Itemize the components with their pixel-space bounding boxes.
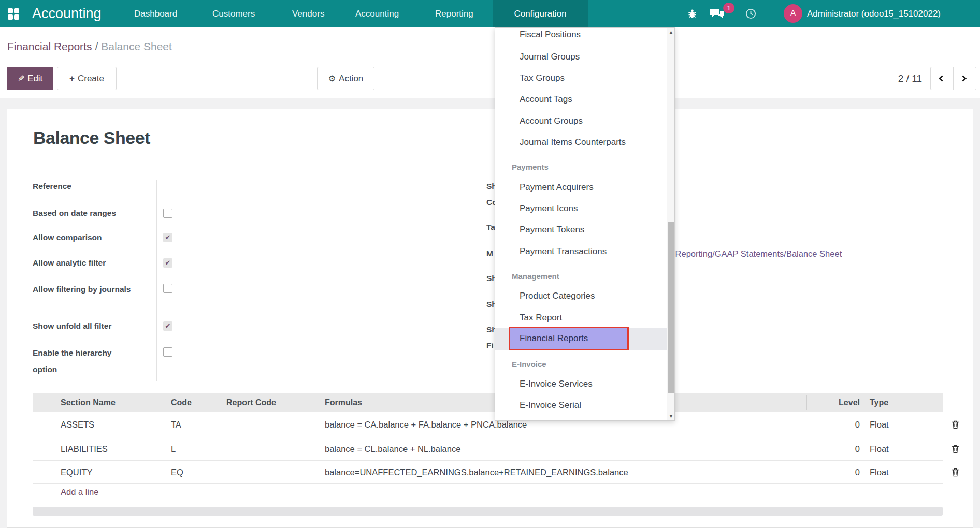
cell-formulas: balance=UNAFFECTED_EARNINGS.balance+RETA… bbox=[325, 461, 628, 484]
delete-row-icon[interactable] bbox=[951, 420, 960, 430]
dropdown-scrollbar[interactable]: ▲ ▼ bbox=[667, 28, 674, 420]
table-row-assets[interactable]: ASSETS TA balance = CA.balance + FA.bala… bbox=[33, 412, 943, 437]
menu-item-payment-transactions[interactable]: Payment Transactions bbox=[520, 244, 607, 259]
menu-item-payment-tokens[interactable]: Payment Tokens bbox=[520, 223, 584, 237]
menu-item-account-groups[interactable]: Account Groups bbox=[520, 114, 583, 128]
menu-item-e-invoice-services[interactable]: E-Invoice Services bbox=[520, 377, 593, 391]
configuration-dropdown-menu: Fiscal Positions Journal Groups Tax Grou… bbox=[495, 27, 675, 421]
message-count-badge[interactable]: 1 bbox=[723, 3, 734, 13]
control-panel bbox=[0, 27, 980, 98]
field-label-reference: Reference bbox=[33, 178, 139, 195]
nav-item-reporting[interactable]: Reporting bbox=[435, 0, 473, 27]
breadcrumb-separator: / bbox=[95, 40, 98, 52]
cell-level: 0 bbox=[808, 461, 860, 484]
activity-clock-icon[interactable] bbox=[745, 8, 757, 20]
menu-item-e-invoice-serial[interactable]: E-Invoice Serial bbox=[520, 398, 581, 413]
column-header-type[interactable]: Type bbox=[870, 393, 888, 412]
dropdown-scrollbar-thumb[interactable] bbox=[668, 222, 674, 393]
field-label-allow-comparison: Allow comparison bbox=[33, 229, 139, 246]
pager-next-button[interactable] bbox=[953, 67, 976, 90]
clipped-label-8: Fi bbox=[486, 339, 494, 353]
page-title: Balance Sheet bbox=[33, 128, 150, 148]
nav-item-accounting[interactable]: Accounting bbox=[355, 0, 399, 27]
apps-grid-icon[interactable] bbox=[8, 8, 19, 20]
nav-item-dashboard[interactable]: Dashboard bbox=[134, 0, 177, 27]
breadcrumb-current: Balance Sheet bbox=[101, 40, 172, 52]
breadcrumb: Financial Reports/Balance Sheet bbox=[7, 40, 172, 53]
chevron-left-icon bbox=[939, 75, 945, 82]
menu-item-tax-groups[interactable]: Tax Groups bbox=[520, 71, 565, 85]
column-header-level[interactable]: Level bbox=[808, 393, 860, 412]
table-row-liabilities[interactable]: LIABILITIES L balance = CL.balance + NL.… bbox=[33, 437, 943, 461]
checkbox-enable-hierarchy-option[interactable] bbox=[163, 347, 172, 357]
nav-item-vendors[interactable]: Vendors bbox=[292, 0, 324, 27]
pencil-icon: ✎ bbox=[18, 67, 24, 90]
field-label-based-on-date-ranges: Based on date ranges bbox=[33, 205, 139, 222]
cell-code: L bbox=[171, 437, 176, 461]
cell-type: Float bbox=[870, 412, 889, 437]
clipped-label-3: Ta bbox=[486, 220, 495, 234]
menu-item-fiscal-positions[interactable]: Fiscal Positions bbox=[520, 27, 581, 42]
chevron-right-icon bbox=[960, 75, 967, 82]
delete-row-icon[interactable] bbox=[951, 444, 960, 454]
menu-item-path-link[interactable]: /Reporting/GAAP Statements/Balance Sheet bbox=[673, 246, 842, 261]
cell-formulas: balance = CL.balance + NL.balance bbox=[325, 437, 460, 461]
menu-item-financial-reports[interactable]: Financial Reports bbox=[520, 328, 627, 349]
user-avatar[interactable]: A bbox=[784, 4, 802, 23]
messages-icon[interactable] bbox=[710, 8, 724, 20]
table-bottom-border bbox=[33, 505, 943, 505]
scroll-down-icon[interactable]: ▼ bbox=[667, 414, 675, 419]
menu-item-tax-report[interactable]: Tax Report bbox=[520, 311, 562, 325]
lines-table-header: Section Name Code Report Code Formulas L… bbox=[33, 393, 943, 412]
pager-counter: 2 / 11 bbox=[875, 67, 922, 90]
column-header-report-code[interactable]: Report Code bbox=[226, 393, 276, 412]
financial-reports-highlight-box[interactable]: Financial Reports bbox=[509, 327, 629, 350]
clipped-label-4: M bbox=[486, 246, 493, 261]
menu-item-payment-acquirers[interactable]: Payment Acquirers bbox=[520, 180, 594, 195]
menu-item-payment-icons[interactable]: Payment Icons bbox=[520, 201, 578, 216]
column-header-code[interactable]: Code bbox=[171, 393, 192, 412]
breadcrumb-parent[interactable]: Financial Reports bbox=[7, 40, 92, 52]
cell-section-name: LIABILITIES bbox=[61, 437, 108, 461]
scroll-up-icon[interactable]: ▲ bbox=[667, 30, 675, 35]
delete-row-icon[interactable] bbox=[951, 467, 960, 477]
nav-item-customers[interactable]: Customers bbox=[212, 0, 255, 27]
create-button[interactable]: +Create bbox=[57, 67, 117, 90]
cell-code: TA bbox=[171, 412, 181, 437]
column-header-formulas[interactable]: Formulas bbox=[325, 393, 362, 412]
checkbox-allow-comparison[interactable]: ✔ bbox=[163, 233, 172, 242]
nav-item-configuration[interactable]: Configuration bbox=[493, 0, 588, 27]
checkbox-based-on-date-ranges[interactable] bbox=[163, 209, 172, 218]
field-label-show-unfold-all-filter: Show unfold all filter bbox=[33, 318, 139, 334]
checkbox-show-unfold-all-filter[interactable]: ✔ bbox=[163, 321, 172, 331]
menu-section-payments: Payments bbox=[512, 160, 549, 174]
table-horizontal-scrollbar[interactable] bbox=[33, 507, 943, 516]
menu-item-journal-groups[interactable]: Journal Groups bbox=[520, 50, 580, 64]
menu-item-account-tags[interactable]: Account Tags bbox=[520, 92, 572, 107]
column-header-section-name[interactable]: Section Name bbox=[61, 393, 116, 412]
edit-button[interactable]: ✎Edit bbox=[7, 67, 53, 90]
cell-section-name: EQUITY bbox=[61, 461, 92, 484]
app-brand[interactable]: Accounting bbox=[32, 0, 102, 27]
top-navbar: Accounting Dashboard Customers Vendors A… bbox=[0, 0, 980, 27]
user-menu[interactable]: Administrator (odoo15_15102022) bbox=[807, 0, 941, 27]
bug-icon[interactable] bbox=[687, 8, 698, 19]
action-button[interactable]: ⚙Action bbox=[317, 67, 374, 90]
cell-level: 0 bbox=[808, 437, 860, 461]
pager-previous-button[interactable] bbox=[930, 67, 954, 90]
field-label-enable-hierarchy-option: Enable the hierarchy option bbox=[33, 345, 131, 378]
cell-level: 0 bbox=[808, 412, 860, 437]
cell-section-name: ASSETS bbox=[61, 412, 94, 437]
cell-type: Float bbox=[870, 437, 889, 461]
odoo-accounting-screen: Accounting Dashboard Customers Vendors A… bbox=[0, 0, 980, 528]
menu-item-product-categories[interactable]: Product Categories bbox=[520, 289, 595, 303]
field-label-allow-analytic-filter: Allow analytic filter bbox=[33, 255, 139, 271]
field-label-allow-filtering-by-journals: Allow filtering by journals bbox=[33, 281, 131, 298]
form-column-separator bbox=[156, 180, 157, 381]
checkbox-allow-filtering-by-journals[interactable] bbox=[163, 284, 172, 293]
menu-item-journal-items-counterparts[interactable]: Journal Items Counterparts bbox=[520, 135, 626, 150]
gear-icon: ⚙ bbox=[328, 74, 336, 83]
checkbox-allow-analytic-filter[interactable]: ✔ bbox=[163, 258, 172, 268]
add-a-line-link[interactable]: Add a line bbox=[61, 487, 98, 497]
table-row-equity[interactable]: EQUITY EQ balance=UNAFFECTED_EARNINGS.ba… bbox=[33, 461, 943, 484]
